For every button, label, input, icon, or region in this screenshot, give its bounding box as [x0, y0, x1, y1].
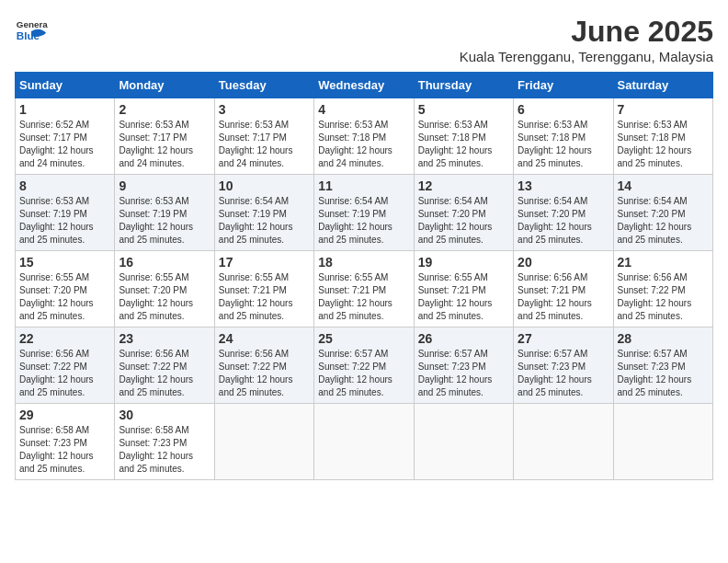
calendar-cell: 13Sunrise: 6:54 AM Sunset: 7:20 PM Dayli… [514, 175, 613, 251]
day-number: 28 [618, 331, 709, 346]
day-number: 27 [518, 331, 609, 346]
calendar-week-row: 1Sunrise: 6:52 AM Sunset: 7:17 PM Daylig… [16, 98, 713, 175]
calendar-table: SundayMondayTuesdayWednesdayThursdayFrid… [15, 72, 713, 480]
day-info: Sunrise: 6:53 AM Sunset: 7:19 PM Dayligh… [119, 195, 210, 247]
day-info: Sunrise: 6:56 AM Sunset: 7:22 PM Dayligh… [618, 271, 709, 323]
calendar-cell: 30Sunrise: 6:58 AM Sunset: 7:23 PM Dayli… [115, 404, 214, 480]
calendar-cell: 14Sunrise: 6:54 AM Sunset: 7:20 PM Dayli… [613, 175, 712, 251]
svg-text:General: General [17, 19, 48, 29]
calendar-cell: 10Sunrise: 6:54 AM Sunset: 7:19 PM Dayli… [214, 175, 313, 251]
day-info: Sunrise: 6:54 AM Sunset: 7:20 PM Dayligh… [518, 195, 609, 247]
logo: General Blue [15, 15, 48, 48]
day-info: Sunrise: 6:57 AM Sunset: 7:23 PM Dayligh… [518, 348, 609, 399]
page-header: General Blue June 2025 Kuala Terengganu,… [15, 15, 713, 64]
day-number: 12 [418, 178, 509, 193]
logo-icon: General Blue [15, 15, 48, 48]
day-number: 4 [318, 102, 409, 117]
day-number: 22 [19, 331, 110, 346]
day-number: 17 [219, 255, 310, 270]
column-header-sunday: Sunday [16, 73, 115, 98]
calendar-cell [214, 404, 313, 480]
column-header-monday: Monday [115, 73, 214, 98]
day-info: Sunrise: 6:55 AM Sunset: 7:21 PM Dayligh… [318, 271, 409, 323]
day-info: Sunrise: 6:58 AM Sunset: 7:23 PM Dayligh… [19, 424, 110, 476]
location-subtitle: Kuala Terengganu, Terengganu, Malaysia [460, 49, 713, 64]
calendar-cell: 28Sunrise: 6:57 AM Sunset: 7:23 PM Dayli… [613, 327, 712, 404]
day-info: Sunrise: 6:55 AM Sunset: 7:21 PM Dayligh… [219, 271, 310, 323]
day-number: 15 [19, 255, 110, 270]
column-header-wednesday: Wednesday [314, 73, 414, 98]
calendar-cell: 20Sunrise: 6:56 AM Sunset: 7:21 PM Dayli… [514, 251, 613, 327]
calendar-cell: 24Sunrise: 6:56 AM Sunset: 7:22 PM Dayli… [214, 327, 313, 404]
calendar-cell: 15Sunrise: 6:55 AM Sunset: 7:20 PM Dayli… [16, 251, 115, 327]
calendar-week-row: 22Sunrise: 6:56 AM Sunset: 7:22 PM Dayli… [16, 327, 713, 404]
day-number: 29 [19, 408, 110, 422]
calendar-cell: 22Sunrise: 6:56 AM Sunset: 7:22 PM Dayli… [16, 327, 115, 404]
day-info: Sunrise: 6:53 AM Sunset: 7:17 PM Dayligh… [119, 119, 210, 170]
day-number: 24 [219, 331, 310, 346]
day-info: Sunrise: 6:56 AM Sunset: 7:21 PM Dayligh… [518, 271, 609, 323]
day-info: Sunrise: 6:53 AM Sunset: 7:18 PM Dayligh… [418, 119, 509, 170]
day-info: Sunrise: 6:56 AM Sunset: 7:22 PM Dayligh… [19, 348, 110, 399]
day-number: 2 [119, 102, 210, 117]
day-info: Sunrise: 6:57 AM Sunset: 7:23 PM Dayligh… [418, 348, 509, 399]
calendar-cell: 19Sunrise: 6:55 AM Sunset: 7:21 PM Dayli… [414, 251, 513, 327]
day-number: 11 [318, 178, 409, 193]
day-info: Sunrise: 6:53 AM Sunset: 7:17 PM Dayligh… [219, 119, 310, 170]
calendar-cell: 11Sunrise: 6:54 AM Sunset: 7:19 PM Dayli… [314, 175, 414, 251]
day-number: 23 [119, 331, 210, 346]
calendar-cell: 3Sunrise: 6:53 AM Sunset: 7:17 PM Daylig… [214, 98, 313, 175]
day-info: Sunrise: 6:53 AM Sunset: 7:18 PM Dayligh… [518, 119, 609, 170]
day-number: 3 [219, 102, 310, 117]
day-number: 14 [618, 178, 709, 193]
month-title: June 2025 [460, 15, 713, 49]
day-info: Sunrise: 6:55 AM Sunset: 7:21 PM Dayligh… [418, 271, 509, 323]
day-info: Sunrise: 6:54 AM Sunset: 7:19 PM Dayligh… [318, 195, 409, 247]
day-number: 6 [518, 102, 609, 117]
day-number: 21 [618, 255, 709, 270]
calendar-cell: 29Sunrise: 6:58 AM Sunset: 7:23 PM Dayli… [16, 404, 115, 480]
calendar-cell: 18Sunrise: 6:55 AM Sunset: 7:21 PM Dayli… [314, 251, 414, 327]
calendar-cell [314, 404, 414, 480]
calendar-cell: 5Sunrise: 6:53 AM Sunset: 7:18 PM Daylig… [414, 98, 513, 175]
title-block: June 2025 Kuala Terengganu, Terengganu, … [460, 15, 713, 64]
calendar-cell: 25Sunrise: 6:57 AM Sunset: 7:22 PM Dayli… [314, 327, 414, 404]
day-info: Sunrise: 6:56 AM Sunset: 7:22 PM Dayligh… [119, 348, 210, 399]
day-info: Sunrise: 6:56 AM Sunset: 7:22 PM Dayligh… [219, 348, 310, 399]
calendar-week-row: 8Sunrise: 6:53 AM Sunset: 7:19 PM Daylig… [16, 175, 713, 251]
calendar-cell: 6Sunrise: 6:53 AM Sunset: 7:18 PM Daylig… [514, 98, 613, 175]
calendar-header-row: SundayMondayTuesdayWednesdayThursdayFrid… [16, 73, 713, 98]
day-info: Sunrise: 6:53 AM Sunset: 7:18 PM Dayligh… [618, 119, 709, 170]
day-info: Sunrise: 6:52 AM Sunset: 7:17 PM Dayligh… [19, 119, 110, 170]
day-info: Sunrise: 6:53 AM Sunset: 7:18 PM Dayligh… [318, 119, 409, 170]
calendar-cell: 12Sunrise: 6:54 AM Sunset: 7:20 PM Dayli… [414, 175, 513, 251]
calendar-cell: 21Sunrise: 6:56 AM Sunset: 7:22 PM Dayli… [613, 251, 712, 327]
day-number: 9 [119, 178, 210, 193]
calendar-week-row: 15Sunrise: 6:55 AM Sunset: 7:20 PM Dayli… [16, 251, 713, 327]
calendar-cell [514, 404, 613, 480]
day-number: 19 [418, 255, 509, 270]
day-number: 16 [119, 255, 210, 270]
day-info: Sunrise: 6:54 AM Sunset: 7:20 PM Dayligh… [418, 195, 509, 247]
day-info: Sunrise: 6:53 AM Sunset: 7:19 PM Dayligh… [19, 195, 110, 247]
day-number: 10 [219, 178, 310, 193]
day-number: 13 [518, 178, 609, 193]
day-number: 26 [418, 331, 509, 346]
calendar-cell: 16Sunrise: 6:55 AM Sunset: 7:20 PM Dayli… [115, 251, 214, 327]
calendar-cell: 8Sunrise: 6:53 AM Sunset: 7:19 PM Daylig… [16, 175, 115, 251]
day-number: 30 [119, 408, 210, 422]
calendar-cell: 17Sunrise: 6:55 AM Sunset: 7:21 PM Dayli… [214, 251, 313, 327]
svg-text:Blue: Blue [17, 29, 40, 41]
column-header-saturday: Saturday [613, 73, 712, 98]
day-info: Sunrise: 6:57 AM Sunset: 7:22 PM Dayligh… [318, 348, 409, 399]
day-number: 5 [418, 102, 509, 117]
day-info: Sunrise: 6:58 AM Sunset: 7:23 PM Dayligh… [119, 424, 210, 476]
calendar-cell: 27Sunrise: 6:57 AM Sunset: 7:23 PM Dayli… [514, 327, 613, 404]
calendar-cell: 26Sunrise: 6:57 AM Sunset: 7:23 PM Dayli… [414, 327, 513, 404]
day-info: Sunrise: 6:54 AM Sunset: 7:20 PM Dayligh… [618, 195, 709, 247]
day-info: Sunrise: 6:57 AM Sunset: 7:23 PM Dayligh… [618, 348, 709, 399]
calendar-cell: 2Sunrise: 6:53 AM Sunset: 7:17 PM Daylig… [115, 98, 214, 175]
day-number: 18 [318, 255, 409, 270]
calendar-cell: 9Sunrise: 6:53 AM Sunset: 7:19 PM Daylig… [115, 175, 214, 251]
column-header-friday: Friday [514, 73, 613, 98]
